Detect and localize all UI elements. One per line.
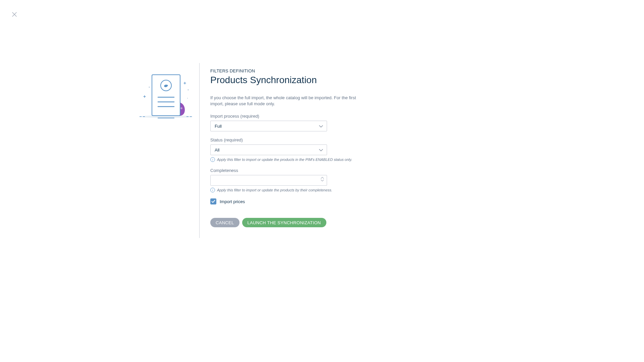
modal-subtitle: FILTERS DEFINITION <box>210 68 368 73</box>
number-steppers <box>321 177 324 182</box>
svg-rect-5 <box>152 75 180 116</box>
modal-description: If you choose the full import, the whole… <box>210 95 368 107</box>
cancel-button[interactable]: Cancel <box>210 218 239 227</box>
completeness-field: Completeness i Apply this filter to impo… <box>210 168 368 192</box>
completeness-label: Completeness <box>210 168 368 173</box>
close-button[interactable] <box>12 12 17 17</box>
status-help: i Apply this filter to import or update … <box>210 157 368 162</box>
svg-point-11 <box>187 89 189 90</box>
import-prices-checkbox-group: Import prices <box>210 198 368 204</box>
content-panel: FILTERS DEFINITION Products Synchronizat… <box>199 63 368 238</box>
info-icon: i <box>210 188 215 192</box>
svg-point-3 <box>180 107 182 109</box>
stepper-down[interactable] <box>321 179 324 182</box>
close-icon <box>12 12 17 17</box>
import-prices-label: Import prices <box>220 199 245 204</box>
status-field: Status (required) All i Apply this filte… <box>210 137 368 162</box>
status-value: All <box>215 147 219 153</box>
completeness-input[interactable] <box>211 175 319 185</box>
import-process-value: Full <box>215 124 222 129</box>
modal-container: FILTERS DEFINITION Products Synchronizat… <box>133 63 368 238</box>
import-process-select[interactable]: Full <box>210 121 327 131</box>
import-process-field: Import process (required) Full <box>210 114 368 131</box>
import-prices-checkbox[interactable] <box>210 198 216 204</box>
svg-point-10 <box>149 87 150 88</box>
button-row: Cancel Launch the synchronization <box>210 218 368 227</box>
status-label: Status (required) <box>210 137 368 142</box>
stepper-up[interactable] <box>321 177 324 179</box>
document-illustration <box>138 70 195 120</box>
status-help-text: Apply this filter to import or update th… <box>217 158 352 162</box>
status-select[interactable]: All <box>210 144 327 155</box>
completeness-input-wrapper <box>210 175 327 186</box>
illustration-panel <box>133 63 199 238</box>
svg-point-12 <box>187 98 188 99</box>
modal-title: Products Synchronization <box>210 75 368 85</box>
completeness-help-text: Apply this filter to import or update th… <box>217 188 332 192</box>
check-icon <box>211 200 215 203</box>
info-icon: i <box>210 157 215 162</box>
import-process-label: Import process (required) <box>210 114 368 119</box>
launch-button[interactable]: Launch the synchronization <box>242 218 326 227</box>
completeness-help: i Apply this filter to import or update … <box>210 188 368 192</box>
